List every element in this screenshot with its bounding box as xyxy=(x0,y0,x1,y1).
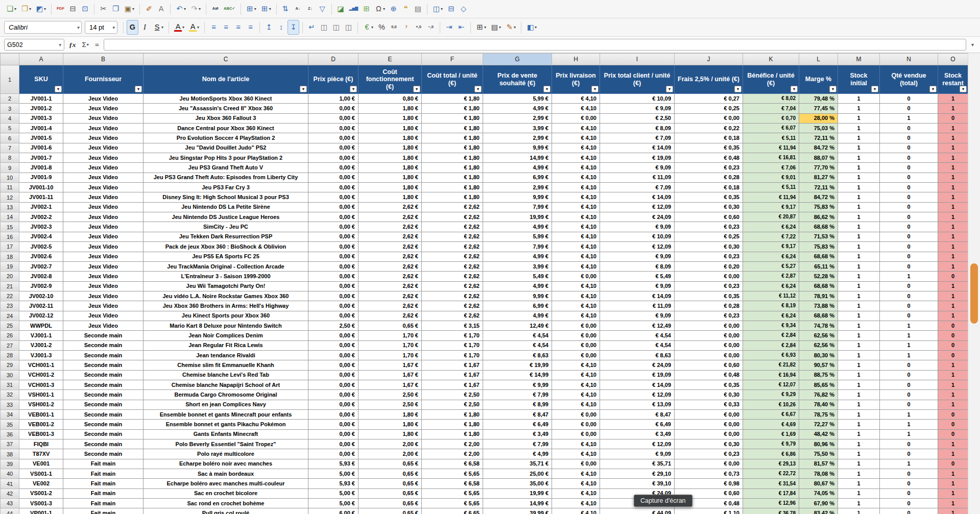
column-header-C[interactable]: C xyxy=(144,54,308,65)
cell-L33[interactable]: 78,40 % xyxy=(799,400,838,409)
row-header-12[interactable]: 12 xyxy=(1,192,19,202)
cell-J39[interactable]: € 0,00 xyxy=(675,459,743,469)
column-header-N[interactable]: N xyxy=(880,54,938,65)
cell-K8[interactable]: € 16,81 xyxy=(743,153,799,163)
cell-G44[interactable]: 39,99 € xyxy=(483,508,552,514)
cell-J25[interactable]: € 0,00 xyxy=(675,321,743,330)
cell-O14[interactable]: 1 xyxy=(938,212,968,222)
cell-O26[interactable]: 0 xyxy=(938,331,968,340)
cell-K10[interactable]: € 9,01 xyxy=(743,173,799,182)
cell-B23[interactable]: Jeux Video xyxy=(63,301,144,311)
cell-M39[interactable]: 1 xyxy=(838,459,880,469)
cell-G16[interactable]: 5,99 € xyxy=(483,232,552,241)
cell-O3[interactable]: 1 xyxy=(938,104,968,113)
cell-M29[interactable]: 1 xyxy=(838,360,880,370)
cell-O7[interactable]: 1 xyxy=(938,143,968,153)
cell-N31[interactable]: 0 xyxy=(880,380,938,389)
cell-J36[interactable]: € 0,00 xyxy=(675,429,743,439)
cell-H20[interactable]: € 0,00 xyxy=(552,272,600,281)
cell-E15[interactable]: 2,62 € xyxy=(358,222,422,232)
cell-O20[interactable]: 0 xyxy=(938,272,968,281)
cell-I11[interactable]: € 7,09 xyxy=(600,183,675,192)
cell-M6[interactable]: 1 xyxy=(838,133,880,143)
cell-G6[interactable]: 2,99 € xyxy=(483,133,552,143)
cell-L21[interactable]: 68,68 % xyxy=(799,281,838,291)
cell-M12[interactable]: 1 xyxy=(838,192,880,202)
cell-D37[interactable]: 0,00 € xyxy=(308,439,358,449)
cell-L31[interactable]: 85,65 % xyxy=(799,380,838,389)
column-header-I[interactable]: I xyxy=(600,54,675,65)
cell-M33[interactable]: 1 xyxy=(838,400,880,409)
cell-N35[interactable]: 1 xyxy=(880,420,938,429)
cell-J41[interactable]: € 0,98 xyxy=(675,479,743,488)
cell-N13[interactable]: 0 xyxy=(880,202,938,212)
cell-E7[interactable]: 1,80 € xyxy=(358,143,422,153)
cell-I15[interactable]: € 9,09 xyxy=(600,222,675,232)
cell-I14[interactable]: € 24,09 xyxy=(600,212,675,222)
cell-F34[interactable]: € 1,80 xyxy=(422,410,483,420)
cell-M26[interactable]: 1 xyxy=(838,331,880,340)
cell-F28[interactable]: € 1,70 xyxy=(422,350,483,360)
cell-D28[interactable]: 0,00 € xyxy=(308,350,358,360)
percent-format-icon[interactable]: % xyxy=(376,20,388,35)
cell-L6[interactable]: 72,11 % xyxy=(799,133,838,143)
cell-K23[interactable]: € 8,19 xyxy=(743,301,799,311)
vertical-scrollbar[interactable] xyxy=(968,53,980,514)
cell-L20[interactable]: 52,28 % xyxy=(799,272,838,281)
cell-C17[interactable]: Pack de jeux Xbox 360 : BioShock & Obliv… xyxy=(144,242,308,252)
cell-A31[interactable]: VCH001-3 xyxy=(19,380,63,389)
row-header-44[interactable]: 44 xyxy=(1,508,19,514)
formula-equals-button[interactable]: = xyxy=(93,41,101,48)
center-vertically-icon[interactable]: ↕ xyxy=(275,20,287,35)
cell-A14[interactable]: JV002-2 xyxy=(19,212,63,222)
cell-C21[interactable]: Jeu Wii Tamagotchi Party On! xyxy=(144,281,308,291)
cell-O43[interactable]: 1 xyxy=(938,499,968,508)
cell-B41[interactable]: Fait main xyxy=(63,479,144,488)
cell-E36[interactable]: 1,80 € xyxy=(358,429,422,439)
cell-A44[interactable]: VP001-1 xyxy=(19,508,63,514)
cell-O24[interactable]: 1 xyxy=(938,311,968,321)
cell-M27[interactable]: 1 xyxy=(838,340,880,350)
column-header-O[interactable]: O xyxy=(938,54,968,65)
cell-O17[interactable]: 1 xyxy=(938,242,968,252)
row-header-13[interactable]: 13 xyxy=(1,202,19,212)
row-header-18[interactable]: 18 xyxy=(1,252,19,261)
cell-D30[interactable]: 0,00 € xyxy=(308,370,358,380)
cell-N44[interactable]: 0 xyxy=(880,508,938,514)
align-center-icon[interactable]: ≡ xyxy=(220,20,232,35)
cell-H8[interactable]: € 4,10 xyxy=(552,153,600,163)
cell-N41[interactable]: 0 xyxy=(880,479,938,488)
cell-A37[interactable]: FIQBI xyxy=(19,439,63,449)
cell-J16[interactable]: € 0,25 xyxy=(675,232,743,241)
cell-N42[interactable]: 0 xyxy=(880,488,938,498)
cell-D33[interactable]: 0,00 € xyxy=(308,400,358,409)
cell-E8[interactable]: 1,80 € xyxy=(358,153,422,163)
cell-F18[interactable]: € 2,62 xyxy=(422,252,483,261)
undo-icon[interactable]: ↶▾ xyxy=(174,2,188,16)
expand-formula-bar-button[interactable]: ▾ xyxy=(969,42,976,47)
cell-E27[interactable]: 1,70 € xyxy=(358,340,422,350)
cell-G24[interactable]: 4,99 € xyxy=(483,311,552,321)
cell-M17[interactable]: 1 xyxy=(838,242,880,252)
cell-K15[interactable]: € 6,24 xyxy=(743,222,799,232)
cell-F20[interactable]: € 2,62 xyxy=(422,272,483,281)
cell-N43[interactable]: 0 xyxy=(880,499,938,508)
cell-C43[interactable]: Sac rond en crochet bohème xyxy=(144,499,308,508)
cell-M41[interactable]: 1 xyxy=(838,479,880,488)
cell-B29[interactable]: Seconde main xyxy=(63,360,144,370)
cell-B24[interactable]: Jeux Video xyxy=(63,311,144,321)
cell-D5[interactable]: 0,00 € xyxy=(308,124,358,133)
cell-H4[interactable]: € 0,00 xyxy=(552,113,600,123)
cell-K32[interactable]: € 9,29 xyxy=(743,390,799,400)
select-sum-button[interactable]: Σ ▾ xyxy=(81,41,90,48)
cell-A40[interactable]: VS001-1 xyxy=(19,469,63,479)
cell-B42[interactable]: Fait main xyxy=(63,488,144,498)
row-header-14[interactable]: 14 xyxy=(1,212,19,222)
header-cell-D[interactable]: Prix pièce (€)▾ xyxy=(308,65,358,94)
cell-D16[interactable]: 0,00 € xyxy=(308,232,358,241)
row-header-39[interactable]: 39 xyxy=(1,459,19,469)
cell-F13[interactable]: € 2,62 xyxy=(422,202,483,212)
cell-F19[interactable]: € 2,62 xyxy=(422,261,483,271)
cell-J28[interactable]: € 0,00 xyxy=(675,350,743,360)
cell-O28[interactable]: 0 xyxy=(938,350,968,360)
